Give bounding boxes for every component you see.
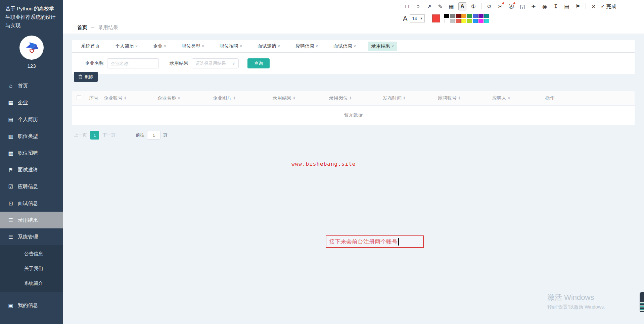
sort-carets-icon[interactable]: ▲▼ [403,97,406,100]
sort-carets-icon[interactable]: ▲▼ [349,97,352,100]
sidebar-item-system-manage[interactable]: ☰ 系统管理 [0,228,63,245]
palette-color[interactable] [484,14,489,18]
close-icon[interactable]: × [135,44,138,49]
palette-color[interactable] [456,19,461,23]
sidebar-item-hire-result[interactable]: ☰ 录用结果 [0,212,63,228]
tab-resume[interactable]: 个人简历 × [112,42,141,51]
sort-carets-icon[interactable]: ▲▼ [178,97,180,100]
sort-carets-icon[interactable]: ▲▼ [458,97,461,100]
submenu-item-announcement[interactable]: 公告信息 [0,247,63,261]
home-icon: ⌂ [7,83,14,89]
sidebar-item-my-info[interactable]: ▣ 我的信息 [0,297,63,314]
submenu-item-system-intro[interactable]: 系统简介 [0,276,63,291]
sidebar-item-interview-info[interactable]: ⊡ 面试信息 [0,195,63,212]
site-watermark-text: www.bishebang.site [291,161,356,167]
sidebar-item-company[interactable]: ▦ 企业 [0,94,63,111]
annotation-text-box[interactable]: 接下来会前台注册两个账号 [326,235,424,248]
text-cursor [398,238,399,246]
tab-job-recruit[interactable]: 职位招聘 × [216,42,245,51]
delete-button[interactable]: 删除 [74,72,98,82]
close-icon[interactable]: × [240,44,242,49]
palette-color[interactable] [461,14,466,18]
company-name-input[interactable] [107,58,159,68]
goto-page-input[interactable] [147,131,160,140]
tab-hire-result[interactable]: 录用结果 × [368,42,397,51]
sort-carets-icon[interactable]: ▲▼ [508,97,510,100]
bookmark-icon[interactable]: ⚑ [574,2,582,10]
hire-result-select[interactable]: 请选择录用结果 ∨ [192,58,239,68]
result-table: 序号 企业账号 ▲▼ 企业名称 ▲▼ 企业图片 ▲▼ 录用结果 ▲▼ 录用岗位 … [72,91,635,106]
download-icon[interactable]: ↧ [552,2,560,10]
fullscreen-icon[interactable]: ◱ [518,2,526,10]
sidebar-item-home[interactable]: ⌂ 首页 [0,77,63,94]
palette-color[interactable] [473,14,478,18]
record-icon[interactable]: ◉ [541,2,549,10]
save-device-icon[interactable]: ▤ [563,2,571,10]
rectangle-tool-icon[interactable]: □ [403,2,411,10]
sidebar-item-apply-info[interactable]: ☑ 应聘信息 [0,178,63,195]
tab-job-type[interactable]: 职位类型 × [178,42,208,51]
current-color-swatch[interactable] [432,14,440,22]
annotation-text: 接下来会前台注册两个账号 [329,238,398,246]
pin-icon[interactable]: ✈ [530,2,538,10]
palette-color[interactable] [473,19,478,23]
sidebar-item-label: 面试信息 [18,200,38,207]
undo-icon[interactable]: ↺ [485,2,493,10]
sort-carets-icon[interactable]: ▲▼ [233,97,236,100]
col-actions: 操作 [545,95,555,101]
cancel-icon[interactable]: ✕ [590,2,598,10]
tab-interview-info[interactable]: 面试信息 × [330,42,359,51]
text-tool-icon[interactable]: A [458,2,466,10]
close-icon[interactable]: × [392,44,394,49]
close-icon[interactable]: × [354,44,356,49]
palette-color[interactable] [461,19,466,23]
arrow-tool-icon[interactable]: ↗ [425,2,433,10]
close-icon[interactable]: × [202,44,204,49]
pencil-tool-icon[interactable]: ✎ [436,2,444,10]
sidebar-item-job-recruit[interactable]: ▦ 职位招聘 [0,145,63,161]
scrollbar-thumb[interactable] [640,292,644,312]
tab-system-home[interactable]: 系统首页 [78,42,103,51]
next-page-button[interactable]: 下一页 [102,132,116,138]
sort-carets-icon[interactable]: ▲▼ [124,97,127,100]
app-root: 基于 Python 的高校学生职业推荐系统的设计与实现 123 ⌂ 首页 ▦ 企… [0,0,644,324]
sidebar-item-label: 职位类型 [18,133,38,140]
palette-color[interactable] [444,19,449,23]
sidebar-item-job-type[interactable]: ▥ 职位类型 [0,128,63,145]
palette-color[interactable] [450,19,455,23]
select-all-checkbox[interactable] [77,95,81,100]
prev-page-button[interactable]: 上一页 [74,132,87,138]
palette-color[interactable] [484,19,489,23]
current-page-button[interactable]: 1 [90,131,99,140]
palette-color[interactable] [467,19,472,23]
palette-color[interactable] [450,14,455,18]
font-size-dropdown[interactable]: 14 ▼ [410,14,425,22]
cut-icon[interactable]: ✂ [496,2,504,10]
step-number-tool-icon[interactable]: ① [469,2,477,10]
sort-carets-icon[interactable]: ▲▼ [293,97,295,100]
sidebar-item-interview-invite[interactable]: ⚑ 面试邀请 [0,161,63,178]
tab-interview-invite[interactable]: 面试邀请 × [254,42,283,51]
sidebar: 基于 Python 的高校学生职业推荐系统的设计与实现 123 ⌂ 首页 ▦ 企… [0,0,63,324]
palette-color[interactable] [467,14,472,18]
ellipse-tool-icon[interactable]: ○ [414,2,422,10]
submenu-item-about-us[interactable]: 关于我们 [0,261,63,276]
select-placeholder: 请选择录用结果 [195,60,232,66]
tab-apply-info[interactable]: 应聘信息 × [292,42,321,51]
close-icon[interactable]: × [278,44,280,49]
sidebar-item-resume[interactable]: ▤ 个人简历 [0,111,63,128]
close-icon[interactable]: × [164,44,166,49]
palette-color[interactable] [478,19,484,23]
flag-icon: ⚑ [7,167,14,173]
palette-color[interactable] [456,14,461,18]
translate-icon[interactable]: Ⓐ [507,2,515,10]
search-button[interactable]: 查询 [247,58,270,68]
palette-color[interactable] [478,14,484,18]
tab-company[interactable]: 企业 × [150,42,170,51]
close-icon[interactable]: × [316,44,318,49]
done-button[interactable]: ✓ 完成 [601,3,616,10]
mosaic-tool-icon[interactable]: ▦ [447,2,455,10]
breadcrumb-root[interactable]: 首页 [77,24,87,31]
cut-glyph: ✂ [498,3,502,10]
palette-color[interactable] [444,14,449,18]
